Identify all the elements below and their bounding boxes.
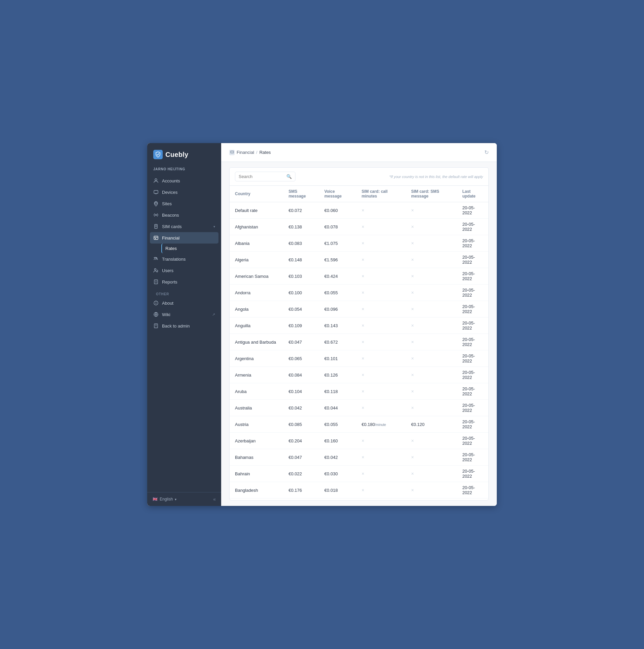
sim-call-x: × <box>362 438 364 443</box>
cell-country: Aruba <box>230 383 283 400</box>
sidebar-item-users-label: Users <box>162 268 215 273</box>
refresh-button[interactable]: ↻ <box>484 149 489 156</box>
rates-table: Country SMS message Voice message SIM ca… <box>230 186 488 500</box>
cell-updated: 20-05-2022 <box>457 482 488 499</box>
sidebar-footer: 🇬🇧 English ▾ « <box>147 492 221 506</box>
sim-call-x: × <box>362 224 364 229</box>
cell-sim-call: × <box>356 400 406 416</box>
sidebar-item-beacons-label: Beacons <box>162 213 215 218</box>
cell-country: Armenia <box>230 367 283 383</box>
about-icon <box>153 300 159 306</box>
cell-sim-sms: €0.120 <box>406 416 457 433</box>
cell-country: Azerbaijan <box>230 433 283 449</box>
breadcrumb: Financial / Rates <box>229 150 271 155</box>
sidebar-item-beacons[interactable]: Beacons <box>150 209 218 221</box>
search-box[interactable]: 🔍 <box>235 172 295 181</box>
cell-voice: €0.078 <box>319 219 356 235</box>
rates-table-wrap[interactable]: Country SMS message Voice message SIM ca… <box>230 186 488 500</box>
svg-rect-2 <box>154 190 158 193</box>
table-row: Andorra €0.100 €0.055 × × 20-05-2022 <box>230 285 488 301</box>
language-label: English <box>160 497 173 502</box>
cell-sim-sms: × <box>406 252 457 268</box>
cell-sim-call: × <box>356 219 406 235</box>
cell-voice: €0.143 <box>319 317 356 334</box>
sim-call-x: × <box>362 405 364 410</box>
cell-voice: €0.030 <box>319 466 356 482</box>
sidebar-item-wiki[interactable]: Wiki ↗ <box>150 309 218 320</box>
cell-country: Antigua and Barbuda <box>230 334 283 350</box>
sim-call-x: × <box>362 306 364 312</box>
table-row: Australia €0.042 €0.044 × × 20-05-2022 <box>230 400 488 416</box>
sim-call-x: × <box>362 455 364 460</box>
col-sim-call: SIM card: call minutes <box>356 186 406 202</box>
sidebar-item-translations[interactable]: Translations <box>150 253 218 265</box>
sim-sms-x: × <box>411 323 414 328</box>
table-row: Argentina €0.065 €0.101 × × 20-05-2022 <box>230 350 488 367</box>
cell-sim-sms: × <box>406 235 457 252</box>
cell-sim-sms: × <box>406 301 457 317</box>
cell-voice: €0.118 <box>319 383 356 400</box>
back-to-admin-icon <box>153 323 159 329</box>
sim-sms-x: × <box>411 471 414 476</box>
breadcrumb-financial[interactable]: Financial <box>237 150 254 155</box>
sim-call-x: × <box>362 241 364 246</box>
cell-voice: €0.126 <box>319 367 356 383</box>
cell-country: Argentina <box>230 350 283 367</box>
sidebar-item-sim-cards-label: SIM cards <box>162 224 210 229</box>
sim-cards-arrow: ▾ <box>213 225 215 228</box>
sidebar-item-back-to-admin-label: Back to admin <box>162 323 215 329</box>
cell-sim-sms: × <box>406 466 457 482</box>
cell-country: Algeria <box>230 252 283 268</box>
sidebar-item-sites[interactable]: Sites <box>150 198 218 209</box>
language-selector[interactable]: 🇬🇧 English ▾ <box>153 497 176 502</box>
cell-sms: €0.047 <box>283 449 319 466</box>
svg-point-1 <box>155 179 157 181</box>
cell-sim-call: × <box>356 466 406 482</box>
sim-call-x: × <box>362 323 364 328</box>
table-row: Albania €0.083 €1.075 × × 20-05-2022 <box>230 235 488 252</box>
sidebar-item-users[interactable]: Users <box>150 265 218 276</box>
sidebar-item-about[interactable]: About <box>150 297 218 309</box>
reports-icon <box>153 279 159 285</box>
sidebar-item-sim-cards[interactable]: SIM cards ▾ <box>150 221 218 232</box>
table-row: Aruba €0.104 €0.118 × × 20-05-2022 <box>230 383 488 400</box>
sim-call-x: × <box>362 273 364 279</box>
sidebar-item-reports[interactable]: Reports <box>150 276 218 288</box>
cell-voice: €1.075 <box>319 235 356 252</box>
sim-sms-x: × <box>411 405 414 410</box>
sim-call-x: × <box>362 389 364 394</box>
cell-updated: 20-05-2022 <box>457 301 488 317</box>
sidebar-item-rates[interactable]: Rates <box>161 244 218 253</box>
cell-voice: €0.044 <box>319 400 356 416</box>
cell-sim-call: × <box>356 317 406 334</box>
wiki-icon <box>153 312 159 317</box>
cell-sim-call: × <box>356 235 406 252</box>
table-row: Angola €0.054 €0.096 × × 20-05-2022 <box>230 301 488 317</box>
cell-sim-sms: × <box>406 449 457 466</box>
svg-point-12 <box>155 269 156 270</box>
table-row: Algeria €0.148 €1.596 × × 20-05-2022 <box>230 252 488 268</box>
cell-country: Albania <box>230 235 283 252</box>
cell-sms: €0.083 <box>283 235 319 252</box>
translations-icon <box>153 256 159 262</box>
cell-country: Angola <box>230 301 283 317</box>
cell-updated: 20-05-2022 <box>457 219 488 235</box>
cell-sim-call: × <box>356 301 406 317</box>
svg-rect-6 <box>155 224 157 228</box>
svg-rect-8 <box>154 236 158 240</box>
cell-sim-sms: × <box>406 268 457 285</box>
beacons-icon <box>153 212 159 218</box>
sidebar-collapse-button[interactable]: « <box>213 496 216 502</box>
sidebar-item-devices[interactable]: Devices <box>150 186 218 198</box>
financial-icon <box>153 235 159 241</box>
sim-sms-x: × <box>411 339 414 345</box>
accounts-icon <box>153 178 159 183</box>
sidebar-item-back-to-admin[interactable]: Back to admin <box>150 320 218 332</box>
cell-voice: €0.042 <box>319 449 356 466</box>
sidebar-item-financial[interactable]: Financial <box>150 232 218 244</box>
sidebar-item-accounts[interactable]: Accounts <box>150 175 218 186</box>
table-row: Azerbaijan €0.204 €0.160 × × 20-05-2022 <box>230 433 488 449</box>
logo-icon <box>153 150 163 159</box>
search-input[interactable] <box>239 174 284 179</box>
cell-country: Afghanistan <box>230 219 283 235</box>
